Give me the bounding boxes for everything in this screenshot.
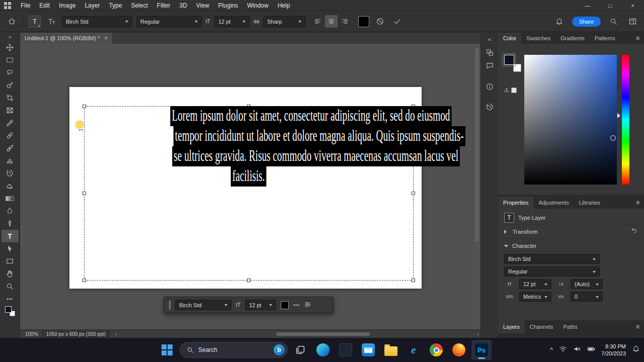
gamut-warning[interactable]: ⚠ (504, 87, 517, 94)
char-font-family-select[interactable]: Birch Std (504, 254, 600, 264)
align-left-icon[interactable] (311, 15, 324, 28)
healing-brush-tool[interactable] (2, 129, 19, 142)
comments-panel-icon[interactable] (482, 59, 497, 72)
clone-stamp-tool[interactable] (2, 154, 19, 167)
task-view-button[interactable] (290, 340, 310, 360)
expand-tools-icon[interactable]: » (8, 33, 11, 41)
transform-handle[interactable] (412, 279, 415, 282)
type-tool[interactable]: T (2, 230, 19, 242)
wifi-icon[interactable] (559, 345, 567, 355)
quick-selection-tool[interactable] (2, 79, 19, 92)
text-line[interactable]: se ultrices gravida. Risus commodo viver… (84, 146, 414, 166)
arrange-panel-icon[interactable] (482, 46, 497, 59)
char-font-style-select[interactable]: Regular (504, 266, 600, 277)
canvas[interactable]: Lorem ipsum dolor sit amet, consectetur … (20, 44, 480, 329)
app-icon[interactable] (4, 2, 11, 9)
menu-help[interactable]: Help (273, 0, 295, 11)
text-orientation-icon[interactable] (45, 15, 58, 28)
lasso-tool[interactable] (2, 66, 19, 79)
document-canvas[interactable]: Lorem ipsum dolor sit amet, consectetur … (69, 87, 422, 289)
search-icon[interactable] (607, 15, 620, 28)
ctx-font-family-select[interactable]: Birch Std (175, 300, 231, 310)
home-icon[interactable] (5, 15, 18, 28)
crop-tool[interactable] (2, 92, 19, 104)
eraser-tool[interactable] (2, 179, 19, 192)
vertical-scrollbar[interactable] (474, 45, 480, 328)
menu-layer[interactable]: Layer (80, 0, 104, 11)
maximize-button[interactable]: □ (599, 0, 621, 11)
pen-tool[interactable] (2, 217, 19, 230)
hand-tool[interactable] (2, 267, 19, 280)
scroll-right-arrow[interactable]: › (476, 331, 480, 337)
font-size-select[interactable]: 12 pt (214, 16, 250, 27)
horizontal-scrollbar[interactable] (124, 331, 469, 337)
start-button[interactable] (157, 340, 177, 360)
menu-edit[interactable]: Edit (35, 0, 54, 11)
transform-section-header[interactable]: Transform (498, 225, 644, 239)
ctx-font-size-select[interactable]: 12 pt (245, 300, 276, 310)
tab-close-icon[interactable]: × (104, 35, 108, 42)
foreground-background-swatches[interactable] (5, 306, 15, 316)
tab-layers[interactable]: Layers (498, 320, 525, 333)
tab-properties[interactable]: Properties (498, 197, 533, 209)
anti-alias-select[interactable]: Sharp (263, 16, 305, 27)
tab-adjustments[interactable]: Adjustments (533, 197, 574, 209)
hue-slider[interactable] (622, 55, 629, 185)
marquee-tool[interactable] (2, 54, 19, 66)
brush-tool[interactable] (2, 142, 19, 154)
menu-window[interactable]: Window (243, 0, 273, 11)
share-button[interactable]: Share (572, 17, 601, 27)
tab-gradients[interactable]: Gradients (555, 33, 590, 44)
menu-plugins[interactable]: Plugins (214, 0, 243, 11)
taskbar-search[interactable]: Search b (180, 342, 288, 358)
battery-icon[interactable] (587, 345, 595, 355)
tray-expand-icon[interactable]: ^ (550, 346, 553, 353)
vertical-scroll-thumb[interactable] (475, 48, 479, 242)
menu-filter[interactable]: Filter (152, 0, 175, 11)
file-explorer-button[interactable] (381, 340, 401, 360)
status-popup-chevron[interactable]: › (114, 331, 118, 337)
commit-edit-icon[interactable] (390, 15, 404, 28)
color-picker-marker[interactable] (610, 135, 616, 141)
edit-toolbar-icon[interactable]: ••• (2, 293, 19, 305)
gamut-color-swatch[interactable] (511, 87, 517, 93)
font-style-select[interactable]: Regular (136, 16, 202, 27)
eyedropper-tool[interactable] (2, 117, 19, 129)
edge-button[interactable] (313, 340, 333, 360)
hue-slider-marker[interactable] (617, 113, 623, 118)
tab-libraries[interactable]: Libraries (574, 197, 605, 209)
zoom-tool[interactable] (2, 280, 19, 293)
transform-handle[interactable] (83, 279, 86, 282)
app-button[interactable] (336, 340, 356, 360)
text-color-swatch[interactable] (358, 16, 369, 27)
font-family-select[interactable]: Birch Std (62, 16, 132, 27)
mail-button[interactable] (358, 340, 378, 360)
zoom-level[interactable]: 100% (25, 331, 38, 337)
menu-image[interactable]: Image (54, 0, 80, 11)
type-tool-badge[interactable]: T (29, 16, 41, 28)
char-kerning-select[interactable]: 0 (571, 292, 603, 302)
taskbar-clock[interactable]: 8:30 PM 7/20/2023 (601, 343, 626, 357)
text-line[interactable]: Lorem ipsum dolor sit amet, consectetur … (84, 106, 414, 126)
color-spectrum-field[interactable] (524, 55, 617, 185)
tab-paths[interactable]: Paths (558, 320, 583, 333)
history-panel-icon[interactable] (482, 100, 497, 113)
align-center-icon[interactable] (325, 15, 338, 28)
notification-center-icon[interactable] (632, 345, 640, 355)
tab-swatches[interactable]: Swatches (521, 33, 555, 44)
char-tracking-select[interactable]: Metrics (519, 292, 551, 302)
workspace-switcher-icon[interactable] (626, 15, 639, 28)
layers-panel-menu-icon[interactable]: ≡ (631, 320, 644, 333)
move-tool[interactable] (2, 41, 19, 54)
close-button[interactable]: × (621, 0, 644, 11)
internet-explorer-button[interactable]: e (404, 340, 424, 360)
foreground-color-swatch[interactable] (504, 55, 514, 65)
menu-3d[interactable]: 3D (175, 0, 191, 11)
photoshop-button[interactable]: Ps (471, 340, 492, 360)
ctx-properties-icon[interactable] (304, 301, 311, 309)
minimize-button[interactable]: — (576, 0, 599, 11)
firefox-button[interactable] (449, 340, 469, 360)
menu-file[interactable]: File (16, 0, 35, 11)
gradient-tool[interactable] (2, 192, 19, 205)
drag-grip[interactable] (169, 301, 171, 310)
